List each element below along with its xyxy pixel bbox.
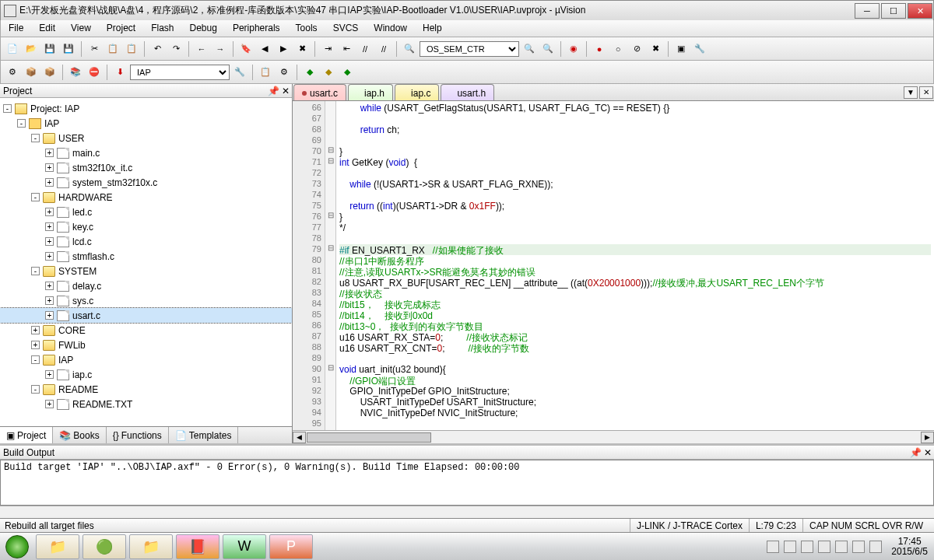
taskbar-app-1[interactable]: 📁 (36, 534, 79, 559)
save-all-button[interactable]: 💾 (60, 40, 77, 58)
breakpoint-enable-button[interactable]: ○ (609, 40, 627, 58)
tree-node[interactable]: +main.c (0, 145, 292, 160)
scroll-right-icon[interactable]: ▶ (921, 432, 934, 443)
tree-node[interactable]: -Project: IAP (0, 101, 292, 116)
taskbar-app-5[interactable]: W (223, 534, 266, 559)
editor-dropdown-icon[interactable]: ▼ (904, 86, 918, 99)
tree-node[interactable]: +README.TXT (0, 397, 292, 411)
editor-tab-iap-c[interactable]: iap.c (395, 84, 439, 100)
menu-file[interactable]: File (1, 20, 31, 37)
tree-node[interactable]: -IAP (0, 352, 292, 367)
tree-node[interactable]: +system_stm32f10x.c (0, 175, 292, 190)
new-file-button[interactable]: 📄 (4, 40, 21, 58)
code-editor[interactable]: 6667686970717273747576777879808182838485… (293, 101, 934, 430)
target-options-button[interactable]: 🔧 (231, 64, 248, 81)
project-tab-templates[interactable]: 📄Templates (169, 427, 239, 443)
tree-node[interactable]: +stm32f10x_it.c (0, 160, 292, 175)
debug-button[interactable]: ◉ (565, 40, 582, 58)
manage-components-button[interactable]: ⚙ (276, 64, 293, 81)
build-output-text[interactable]: Build target 'IAP' "..\OBJ\IAP.axf" - 0 … (0, 460, 934, 506)
tray-icon[interactable] (801, 541, 813, 553)
tree-node[interactable]: -SYSTEM (0, 264, 292, 278)
nav-back-button[interactable]: ← (193, 40, 210, 58)
menu-flash[interactable]: Flash (143, 20, 181, 37)
project-tab-project[interactable]: ▣Project (0, 427, 53, 443)
redo-button[interactable]: ↷ (167, 40, 184, 58)
menu-tools[interactable]: Tools (288, 20, 325, 37)
outdent-button[interactable]: ⇤ (338, 40, 355, 58)
tree-node[interactable]: +lcd.c (0, 234, 292, 249)
indent-button[interactable]: ⇥ (319, 40, 336, 58)
tray-icon[interactable] (767, 541, 779, 553)
taskbar-app-4[interactable]: 📕 (176, 534, 219, 559)
panel-pin-icon[interactable]: 📌 (909, 447, 922, 458)
window-layout-button[interactable]: ▣ (672, 40, 690, 58)
close-button[interactable]: ✕ (908, 3, 932, 19)
taskbar-app-2[interactable]: 🟢 (83, 534, 126, 559)
scroll-thumb[interactable] (307, 432, 431, 443)
code-text[interactable]: while (USART_GetFlagStatus(USART1, USART… (336, 101, 934, 430)
maximize-button[interactable]: ☐ (881, 3, 906, 19)
tree-node[interactable]: +usart.c (0, 308, 292, 323)
comment-button[interactable]: // (356, 40, 374, 58)
tree-node[interactable]: +delay.c (0, 278, 292, 293)
scroll-left-icon[interactable]: ◀ (293, 432, 306, 443)
incremental-find-button[interactable]: 🔍 (539, 40, 557, 58)
manage-project-button[interactable]: 📋 (257, 64, 274, 81)
panel-pin-icon[interactable]: 📌 (267, 86, 279, 96)
build-output-hscrollbar[interactable] (0, 506, 934, 518)
menu-debug[interactable]: Debug (182, 20, 225, 37)
menu-view[interactable]: View (63, 20, 99, 37)
tray-icon[interactable] (869, 541, 882, 553)
tree-node[interactable]: +CORE (0, 323, 292, 338)
bookmark-clear-button[interactable]: ✖ (293, 40, 311, 58)
tray-icon[interactable] (818, 541, 830, 553)
pack-installer-button[interactable]: ◆ (301, 64, 318, 81)
breakpoint-insert-button[interactable]: ● (591, 40, 608, 58)
find-combo[interactable]: OS_SEM_CTR (420, 41, 519, 57)
tree-node[interactable]: +iap.c (0, 367, 292, 382)
start-button[interactable] (0, 534, 34, 560)
tree-node[interactable]: +key.c (0, 219, 292, 234)
menu-svcs[interactable]: SVCS (325, 20, 367, 37)
bookmark-button[interactable]: 🔖 (237, 40, 255, 58)
bookmark-next-button[interactable]: ▶ (275, 40, 292, 58)
tree-node[interactable]: +FWLib (0, 338, 292, 352)
editor-tab-usart-c[interactable]: usart.c (293, 84, 346, 100)
menu-window[interactable]: Window (366, 20, 415, 37)
panel-close-icon[interactable]: ✕ (922, 447, 934, 458)
translate-button[interactable]: ⚙ (4, 64, 21, 81)
tray-icon[interactable] (835, 541, 848, 553)
paste-button[interactable]: 📋 (123, 40, 140, 58)
project-tree[interactable]: -Project: IAP-IAP-USER+main.c+stm32f10x_… (0, 98, 292, 426)
find-button[interactable]: 🔍 (401, 40, 418, 58)
tray-icon[interactable] (784, 541, 796, 553)
fold-column[interactable]: ⊟⊟⊟⊟⊟ (325, 101, 336, 430)
download-button[interactable]: ⬇ (111, 64, 128, 81)
minimize-button[interactable]: ─ (855, 3, 880, 19)
tree-node[interactable]: -README (0, 382, 292, 397)
uncomment-button[interactable]: // (375, 40, 392, 58)
editor-tab-iap-h[interactable]: iap.h (348, 84, 393, 100)
editor-tab-usart-h[interactable]: usart.h (441, 84, 494, 100)
taskbar-app-3[interactable]: 📁 (129, 534, 173, 559)
rebuild-button[interactable]: 📦 (41, 64, 58, 81)
select-pack-button[interactable]: ◆ (339, 64, 356, 81)
editor-close-icon[interactable]: ✕ (919, 86, 933, 99)
undo-button[interactable]: ↶ (149, 40, 166, 58)
taskbar-app-6[interactable]: P (269, 534, 313, 559)
open-file-button[interactable]: 📂 (23, 40, 40, 58)
target-select[interactable]: IAP (130, 65, 230, 80)
tree-node[interactable]: -IAP (0, 116, 292, 131)
menu-edit[interactable]: Edit (31, 20, 63, 37)
menu-peripherals[interactable]: Peripherals (225, 20, 288, 37)
menu-project[interactable]: Project (99, 20, 143, 37)
find-in-files-button[interactable]: 🔍 (521, 40, 538, 58)
tree-node[interactable]: -USER (0, 131, 292, 145)
project-tab-books[interactable]: 📚Books (53, 427, 106, 443)
save-button[interactable]: 💾 (41, 40, 58, 58)
copy-button[interactable]: 📋 (104, 40, 121, 58)
tree-node[interactable]: +sys.c (0, 293, 292, 308)
cut-button[interactable]: ✂ (86, 40, 103, 58)
tree-node[interactable]: -HARDWARE (0, 190, 292, 205)
